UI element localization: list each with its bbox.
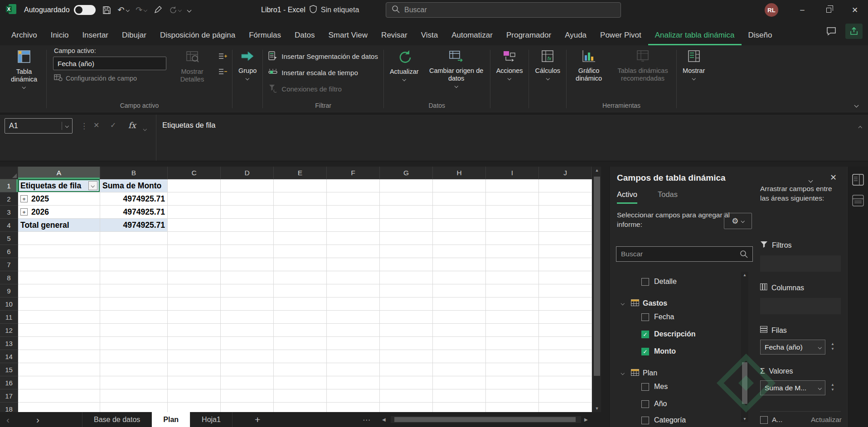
cell-H10[interactable] bbox=[433, 297, 486, 311]
cell-E13[interactable] bbox=[274, 337, 327, 350]
cell-I4[interactable] bbox=[486, 219, 539, 232]
cell-G18[interactable] bbox=[380, 403, 433, 412]
cell-C7[interactable] bbox=[168, 258, 221, 271]
formula-input[interactable]: Etiquetas de fila bbox=[156, 115, 852, 161]
column-header-J[interactable]: J bbox=[539, 167, 592, 179]
cell-B7[interactable] bbox=[100, 258, 168, 271]
cell-B11[interactable] bbox=[100, 311, 168, 324]
cell-C11[interactable] bbox=[168, 311, 221, 324]
row-labels-filter-button[interactable] bbox=[88, 181, 97, 190]
cell-H8[interactable] bbox=[433, 271, 486, 284]
cell-D17[interactable] bbox=[221, 389, 274, 403]
cell-J14[interactable] bbox=[539, 350, 592, 363]
cell-A1[interactable]: Etiquetas de fila bbox=[18, 179, 100, 192]
cell-A4[interactable]: Total general bbox=[18, 219, 100, 232]
insert-slicer-button[interactable]: Insertar Segmentación de datos bbox=[264, 49, 383, 64]
cell-I18[interactable] bbox=[486, 403, 539, 412]
cell-B14[interactable] bbox=[100, 350, 168, 363]
show-button[interactable]: Mostrar bbox=[678, 47, 710, 101]
column-header-E[interactable]: E bbox=[274, 167, 327, 179]
ribbon-tab-insertar[interactable]: Insertar bbox=[75, 26, 115, 45]
cell-A7[interactable] bbox=[18, 258, 100, 271]
cell-E17[interactable] bbox=[274, 389, 327, 403]
ribbon-tab-formulas[interactable]: Fórmulas bbox=[242, 26, 288, 45]
cell-D12[interactable] bbox=[221, 324, 274, 337]
scroll-up-icon[interactable]: ▲ bbox=[592, 168, 601, 173]
cell-J15[interactable] bbox=[539, 363, 592, 376]
row-header-12[interactable]: 12 bbox=[0, 324, 18, 337]
pivot-chart-button[interactable]: Gráfico dinámico bbox=[567, 47, 610, 101]
expand-button-2025[interactable]: + bbox=[20, 195, 28, 202]
cell-J16[interactable] bbox=[539, 376, 592, 389]
ribbon-tab-ayuda[interactable]: Ayuda bbox=[558, 26, 593, 45]
cell-D7[interactable] bbox=[221, 258, 274, 271]
cell-B5[interactable] bbox=[100, 232, 168, 245]
row-header-3[interactable]: 3 bbox=[0, 206, 18, 219]
cell-I13[interactable] bbox=[486, 337, 539, 350]
sheet-tab-base-de-datos[interactable]: Base de datos bbox=[82, 412, 152, 427]
cell-G1[interactable] bbox=[380, 179, 433, 192]
cell-H3[interactable] bbox=[433, 206, 486, 219]
cell-I1[interactable] bbox=[486, 179, 539, 192]
row-header-10[interactable]: 10 bbox=[0, 297, 18, 311]
cell-J8[interactable] bbox=[539, 271, 592, 284]
cancel-entry-icon[interactable]: ✕ bbox=[93, 121, 99, 130]
ribbon-tab-vista[interactable]: Vista bbox=[414, 26, 445, 45]
cell-F14[interactable] bbox=[327, 350, 380, 363]
pane-field-monto[interactable]: ✓Monto bbox=[641, 345, 676, 358]
pane-field-categoria[interactable]: Categoría bbox=[641, 413, 686, 427]
cell-B2[interactable]: 4974925.71 bbox=[100, 192, 168, 206]
cell-B17[interactable] bbox=[100, 389, 168, 403]
field-settings-button[interactable]: Configuración de campo bbox=[53, 74, 166, 83]
pane-table-gastos[interactable]: Gastos bbox=[621, 297, 667, 310]
cell-I17[interactable] bbox=[486, 389, 539, 403]
cell-D6[interactable] bbox=[221, 245, 274, 258]
cell-A18[interactable] bbox=[18, 403, 100, 412]
cell-E7[interactable] bbox=[274, 258, 327, 271]
cell-H6[interactable] bbox=[433, 245, 486, 258]
undo-button[interactable]: ↶ bbox=[118, 5, 129, 15]
ribbon-tab-programador[interactable]: Programador bbox=[499, 26, 558, 45]
cell-J18[interactable] bbox=[539, 403, 592, 412]
cell-J17[interactable] bbox=[539, 389, 592, 403]
cell-I16[interactable] bbox=[486, 376, 539, 389]
cell-H16[interactable] bbox=[433, 376, 486, 389]
cell-F8[interactable] bbox=[327, 271, 380, 284]
ribbon-tab-smart-view[interactable]: Smart View bbox=[322, 26, 375, 45]
ribbon-tab-power-pivot[interactable]: Power Pivot bbox=[593, 26, 648, 45]
cell-E5[interactable] bbox=[274, 232, 327, 245]
cell-E6[interactable] bbox=[274, 245, 327, 258]
checkbox-mes[interactable] bbox=[641, 383, 649, 391]
cell-E16[interactable] bbox=[274, 376, 327, 389]
cell-A16[interactable] bbox=[18, 376, 100, 389]
row-header-18[interactable]: 18 bbox=[0, 403, 18, 412]
cell-A2[interactable]: +2025 bbox=[18, 192, 100, 206]
redo-button[interactable]: ↷ bbox=[136, 5, 147, 15]
cell-C6[interactable] bbox=[168, 245, 221, 258]
cell-G9[interactable] bbox=[380, 284, 433, 297]
sensitivity-label[interactable]: Sin etiqueta bbox=[321, 6, 359, 14]
cell-I15[interactable] bbox=[486, 363, 539, 376]
defer-layout-checkbox[interactable] bbox=[760, 416, 768, 424]
cell-G2[interactable] bbox=[380, 192, 433, 206]
search-box[interactable]: Buscar bbox=[386, 2, 621, 18]
values-field-spinner[interactable]: ▲▼ bbox=[831, 383, 834, 392]
cell-D1[interactable] bbox=[221, 179, 274, 192]
cell-I3[interactable] bbox=[486, 206, 539, 219]
cell-C16[interactable] bbox=[168, 376, 221, 389]
row-header-9[interactable]: 9 bbox=[0, 284, 18, 297]
sync-button[interactable] bbox=[169, 6, 181, 14]
cell-B16[interactable] bbox=[100, 376, 168, 389]
cell-H11[interactable] bbox=[433, 311, 486, 324]
select-all-corner[interactable] bbox=[0, 167, 18, 179]
sensitivity-shield-icon[interactable] bbox=[310, 5, 317, 15]
actions-button[interactable]: Acciones bbox=[491, 47, 528, 101]
cell-D14[interactable] bbox=[221, 350, 274, 363]
cell-E14[interactable] bbox=[274, 350, 327, 363]
cell-H12[interactable] bbox=[433, 324, 486, 337]
cell-C15[interactable] bbox=[168, 363, 221, 376]
ribbon-tab-diseno[interactable]: Diseño bbox=[742, 26, 779, 45]
rows-field-spinner[interactable]: ▲▼ bbox=[831, 342, 834, 351]
cell-G11[interactable] bbox=[380, 311, 433, 324]
cell-C10[interactable] bbox=[168, 297, 221, 311]
